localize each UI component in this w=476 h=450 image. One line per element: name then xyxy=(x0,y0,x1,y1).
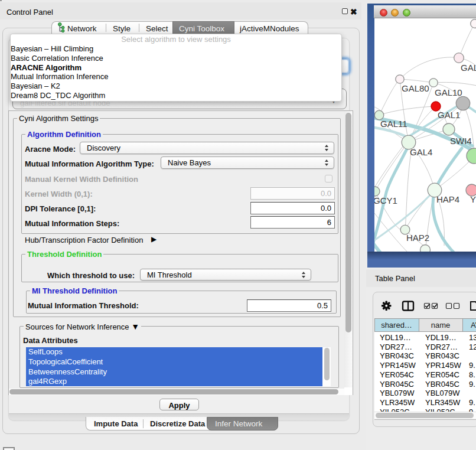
svg-text:Y: Y xyxy=(470,194,476,204)
svg-text:GAL11: GAL11 xyxy=(380,119,407,129)
svg-text:GAL4: GAL4 xyxy=(410,147,432,157)
svg-text:GAL10: GAL10 xyxy=(435,87,462,97)
svg-text:GAL1: GAL1 xyxy=(438,110,460,120)
svg-text:GCY1: GCY1 xyxy=(374,195,397,206)
svg-text:GAL80: GAL80 xyxy=(402,83,429,93)
svg-text:SWI4: SWI4 xyxy=(450,136,472,146)
svg-text:GAL2: GAL2 xyxy=(461,63,476,73)
svg-text:HAP2: HAP2 xyxy=(406,233,429,243)
svg-text:HAP4: HAP4 xyxy=(436,194,459,204)
